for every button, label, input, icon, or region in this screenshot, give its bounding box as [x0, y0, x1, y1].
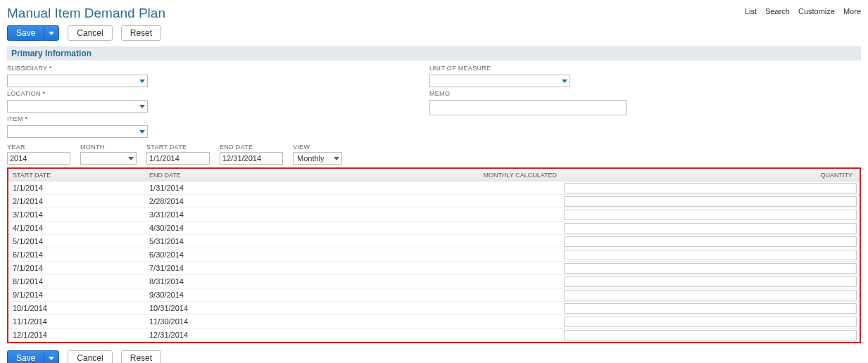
quantity-input[interactable]	[564, 330, 857, 340]
enddate-label: END DATE	[220, 144, 283, 151]
col-end-date[interactable]: END DATE	[149, 172, 389, 179]
caret-down-icon	[139, 79, 145, 83]
cell-start-date: 9/1/2014	[8, 291, 149, 299]
cell-end-date: 7/31/2014	[149, 264, 389, 272]
caret-down-icon	[334, 157, 339, 160]
cell-start-date: 2/1/2014	[8, 197, 149, 205]
cell-start-date: 1/1/2014	[8, 184, 149, 192]
reset-button[interactable]: Reset	[121, 25, 161, 41]
cell-start-date: 10/1/2014	[8, 304, 149, 312]
cancel-button[interactable]: Cancel	[68, 25, 112, 41]
link-search[interactable]: Search	[765, 7, 790, 15]
subsidiary-label: SUBSIDIARY *	[7, 65, 148, 72]
demand-grid: START DATE END DATE MONTHLY CALCULATED Q…	[7, 167, 861, 343]
quantity-input[interactable]	[564, 223, 857, 234]
item-label: ITEM *	[7, 115, 148, 122]
uom-select[interactable]	[429, 75, 570, 87]
cell-start-date: 11/1/2014	[8, 317, 149, 326]
table-row[interactable]: 1/1/20141/31/2014	[8, 182, 860, 195]
enddate-input[interactable]: 12/31/2014	[220, 152, 283, 165]
table-row[interactable]: 9/1/20149/30/2014	[8, 288, 860, 302]
table-row[interactable]: 8/1/20148/31/2014	[8, 275, 860, 288]
cell-start-date: 12/1/2014	[8, 331, 149, 339]
quantity-input[interactable]	[564, 183, 857, 193]
cell-end-date: 3/31/2014	[149, 210, 389, 219]
view-label: VIEW	[293, 144, 342, 151]
item-select[interactable]	[7, 125, 148, 138]
uom-label: UNIT OF MEASURE	[429, 65, 627, 72]
year-input[interactable]: 2014	[7, 152, 70, 165]
startdate-label: START DATE	[146, 144, 210, 151]
table-row[interactable]: 6/1/20146/30/2014	[8, 248, 860, 262]
memo-input[interactable]	[429, 100, 627, 115]
save-dropdown-button-bottom[interactable]	[44, 350, 59, 363]
cell-end-date: 11/30/2014	[149, 317, 389, 326]
cell-end-date: 1/31/2014	[149, 184, 389, 192]
month-label: MONTH	[80, 144, 137, 151]
link-customize[interactable]: Customize	[798, 7, 835, 15]
table-row[interactable]: 4/1/20144/30/2014	[8, 222, 860, 235]
quantity-input[interactable]	[564, 236, 857, 247]
reset-button-bottom[interactable]: Reset	[121, 350, 161, 363]
table-row[interactable]: 5/1/20145/31/2014	[8, 235, 860, 248]
col-start-date[interactable]: START DATE	[8, 172, 149, 179]
cell-start-date: 3/1/2014	[8, 210, 149, 219]
view-select[interactable]: Monthly	[293, 152, 342, 165]
quantity-input[interactable]	[564, 210, 857, 220]
col-monthly-calculated[interactable]: MONTHLY CALCULATED	[389, 172, 564, 179]
cell-end-date: 6/30/2014	[149, 250, 389, 259]
cell-end-date: 5/31/2014	[149, 237, 389, 246]
section-primary-info: Primary Information	[7, 46, 861, 60]
cell-start-date: 6/1/2014	[8, 250, 149, 259]
cell-end-date: 2/28/2014	[149, 197, 389, 205]
memo-label: MEMO	[429, 90, 627, 97]
cell-start-date: 4/1/2014	[8, 224, 149, 232]
save-button[interactable]: Save	[7, 25, 44, 41]
quantity-input[interactable]	[564, 263, 857, 274]
location-label: LOCATION *	[7, 90, 148, 97]
button-row-top: Save Cancel Reset	[7, 25, 861, 41]
grid-header-row: START DATE END DATE MONTHLY CALCULATED Q…	[8, 169, 860, 182]
cell-end-date: 4/30/2014	[149, 224, 389, 232]
year-label: YEAR	[7, 144, 70, 151]
cell-end-date: 10/31/2014	[149, 304, 389, 312]
link-list[interactable]: List	[745, 7, 757, 15]
col-quantity[interactable]: QUANTITY	[564, 172, 860, 179]
quantity-input[interactable]	[564, 196, 857, 207]
button-row-bottom: Save Cancel Reset	[7, 350, 861, 363]
link-more[interactable]: More	[843, 7, 861, 15]
caret-down-icon	[49, 357, 54, 360]
caret-down-icon	[139, 130, 145, 134]
cell-start-date: 5/1/2014	[8, 237, 149, 246]
table-row[interactable]: 7/1/20147/31/2014	[8, 262, 860, 275]
top-links: List Search Customize More	[745, 6, 861, 15]
cell-end-date: 8/31/2014	[149, 277, 389, 286]
quantity-input[interactable]	[564, 276, 857, 287]
save-dropdown-button[interactable]	[44, 25, 59, 41]
startdate-input[interactable]: 1/1/2014	[146, 152, 210, 165]
subsidiary-select[interactable]	[7, 75, 148, 87]
cell-end-date: 12/31/2014	[149, 331, 389, 339]
table-row[interactable]: 3/1/20143/31/2014	[8, 208, 860, 222]
table-row[interactable]: 10/1/201410/31/2014	[8, 302, 860, 315]
table-row[interactable]: 12/1/201412/31/2014	[8, 329, 860, 342]
save-button-bottom[interactable]: Save	[7, 350, 44, 363]
cell-end-date: 9/30/2014	[149, 291, 389, 299]
month-select[interactable]	[80, 152, 137, 165]
quantity-input[interactable]	[564, 317, 857, 327]
caret-down-icon	[139, 105, 145, 108]
table-row[interactable]: 11/1/201411/30/2014	[8, 315, 860, 329]
table-row[interactable]: 2/1/20142/28/2014	[8, 195, 860, 208]
caret-down-icon	[49, 32, 54, 35]
location-select[interactable]	[7, 100, 148, 113]
caret-down-icon	[128, 157, 134, 160]
cancel-button-bottom[interactable]: Cancel	[68, 350, 112, 363]
quantity-input[interactable]	[564, 303, 857, 314]
cell-start-date: 8/1/2014	[8, 277, 149, 286]
page-title: Manual Item Demand Plan	[7, 6, 165, 21]
cell-start-date: 7/1/2014	[8, 264, 149, 272]
quantity-input[interactable]	[564, 250, 857, 260]
caret-down-icon	[562, 79, 567, 83]
quantity-input[interactable]	[564, 290, 857, 300]
